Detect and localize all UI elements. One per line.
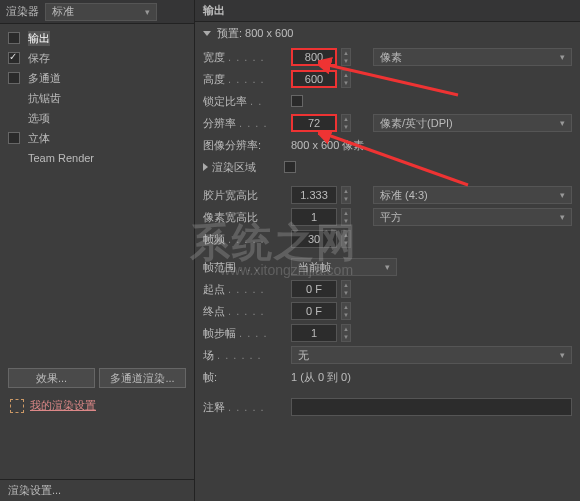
frames-label: 帧: — [203, 370, 287, 385]
img-res-value: 800 x 600 像素 — [291, 138, 364, 153]
sidebar-item-teamrender[interactable]: Team Render — [0, 148, 194, 168]
width-input[interactable]: 800 — [291, 48, 337, 66]
width-spinner[interactable]: ▲▼ — [341, 48, 351, 66]
lock-ratio-label: 锁定比率 . . — [203, 94, 287, 109]
height-label: 高度 . . . . . — [203, 72, 287, 87]
my-render-settings-link[interactable]: 我的渲染设置 — [30, 398, 96, 413]
img-res-label: 图像分辨率: — [203, 138, 287, 153]
start-label: 起点 . . . . . — [203, 282, 287, 297]
end-spinner[interactable]: ▲▼ — [341, 302, 351, 320]
section-title: 输出 — [195, 0, 580, 22]
preset-label: 预置: 800 x 600 — [217, 26, 293, 41]
renderer-dropdown[interactable]: 标准 — [45, 3, 157, 21]
notes-label: 注释 . . . . . — [203, 400, 287, 415]
field-dropdown[interactable]: 无 — [291, 346, 572, 364]
sidebar-item-output[interactable]: 输出 — [0, 28, 194, 48]
step-label: 帧步幅 . . . . — [203, 326, 287, 341]
resolution-spinner[interactable]: ▲▼ — [341, 114, 351, 132]
film-aspect-input[interactable]: 1.333 — [291, 186, 337, 204]
resolution-input[interactable]: 72 — [291, 114, 337, 132]
field-label: 场 . . . . . . — [203, 348, 287, 363]
selection-icon — [10, 399, 24, 413]
film-aspect-label: 胶片宽高比 — [203, 188, 287, 203]
sidebar-item-multichannel[interactable]: 多通道 — [0, 68, 194, 88]
step-input[interactable]: 1 — [291, 324, 337, 342]
renderer-label: 渲染器 — [6, 4, 39, 19]
footer-label: 渲染设置... — [0, 479, 194, 501]
width-unit-dropdown[interactable]: 像素 — [373, 48, 572, 66]
sidebar-item-options[interactable]: 选项 — [0, 108, 194, 128]
lock-ratio-checkbox[interactable] — [291, 95, 303, 107]
frames-value: 1 (从 0 到 0) — [291, 370, 351, 385]
film-aspect-dropdown[interactable]: 标准 (4:3) — [373, 186, 572, 204]
height-spinner[interactable]: ▲▼ — [341, 70, 351, 88]
width-label: 宽度 . . . . . — [203, 50, 287, 65]
height-input[interactable]: 600 — [291, 70, 337, 88]
film-aspect-spinner[interactable]: ▲▼ — [341, 186, 351, 204]
render-region-label: 渲染区域 — [212, 160, 280, 175]
effects-button[interactable]: 效果... — [8, 368, 95, 388]
step-spinner[interactable]: ▲▼ — [341, 324, 351, 342]
start-input[interactable]: 0 F — [291, 280, 337, 298]
multichannel-render-button[interactable]: 多通道渲染... — [99, 368, 186, 388]
notes-input[interactable] — [291, 398, 572, 416]
resolution-unit-dropdown[interactable]: 像素/英寸(DPI) — [373, 114, 572, 132]
end-label: 终点 . . . . . — [203, 304, 287, 319]
render-region-checkbox[interactable] — [284, 161, 296, 173]
end-input[interactable]: 0 F — [291, 302, 337, 320]
sidebar-item-stereo[interactable]: 立体 — [0, 128, 194, 148]
watermark-url: www.xitongzhijia.com — [220, 262, 353, 278]
render-region-expand-icon[interactable] — [203, 163, 208, 171]
pixel-aspect-dropdown[interactable]: 平方 — [373, 208, 572, 226]
preset-collapse-icon[interactable] — [203, 31, 211, 36]
resolution-label: 分辨率 . . . . — [203, 116, 287, 131]
sidebar-item-antialias[interactable]: 抗锯齿 — [0, 88, 194, 108]
output-list: 输出 保存 多通道 抗锯齿 选项 立体 Team Render — [0, 24, 194, 172]
start-spinner[interactable]: ▲▼ — [341, 280, 351, 298]
sidebar-item-save[interactable]: 保存 — [0, 48, 194, 68]
